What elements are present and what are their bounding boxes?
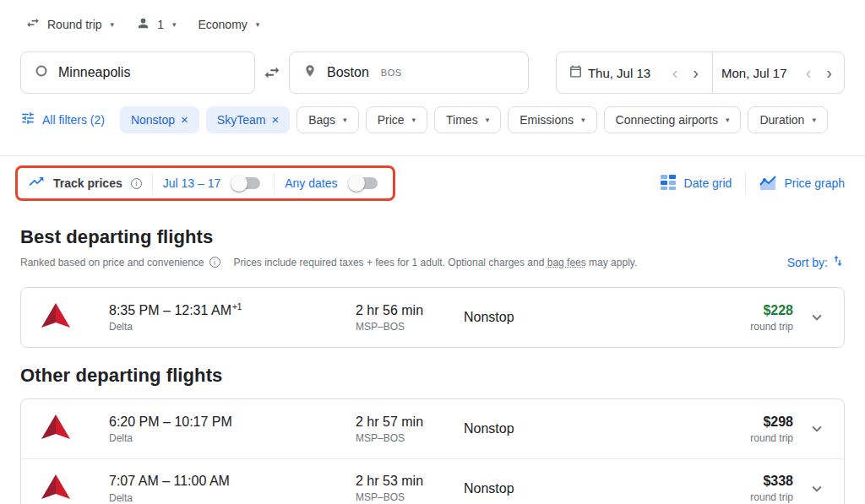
filters-bar: All filters (2) Nonstop × SkyTeam × Bags… <box>20 106 865 133</box>
close-icon[interactable]: × <box>271 112 279 127</box>
price-graph-button[interactable]: Price graph <box>759 174 845 193</box>
depart-date-prev-button[interactable]: ‹ <box>667 62 683 83</box>
filter-chip-skyteam[interactable]: SkyTeam × <box>206 106 290 133</box>
price-qualifier: round trip <box>699 432 793 444</box>
flight-price: $298 <box>699 415 793 430</box>
depart-date-next-button[interactable]: › <box>688 62 704 83</box>
origin-value: Minneapolis <box>58 65 130 80</box>
all-filters-button[interactable]: All filters (2) <box>20 106 113 133</box>
track-any-dates-label[interactable]: Any dates <box>285 176 337 190</box>
flight-times: 8:35 PM – 12:31 AM+1 <box>109 302 356 318</box>
flight-row[interactable]: 8:35 PM – 12:31 AM+1 Delta 2 hr 56 min M… <box>21 288 844 347</box>
bag-fees-link[interactable]: bag fees <box>547 257 586 268</box>
airline-name: Delta <box>109 492 356 504</box>
price-disclaimer: Prices include required taxes + fees for… <box>234 257 638 268</box>
flight-price-column: $338 round trip <box>699 474 793 503</box>
flight-duration-column: 2 hr 53 min MSP–BOS <box>356 474 464 503</box>
track-date-range-label[interactable]: Jul 13 – 17 <box>163 176 221 190</box>
passengers-select[interactable]: 1 ▾ <box>131 13 181 36</box>
chevron-down-icon: ▾ <box>343 116 347 124</box>
filter-dropdown-bags[interactable]: Bags ▾ <box>296 106 358 133</box>
sort-icon <box>831 254 845 270</box>
return-date-value[interactable]: Mon, Jul 17 <box>721 66 796 80</box>
close-icon[interactable]: × <box>181 112 188 127</box>
search-row: Minneapolis Boston BOS Thu, Jul 13 ‹ › M… <box>20 51 845 94</box>
trip-type-select[interactable]: Round trip ▾ <box>20 12 119 36</box>
location-pin-icon <box>303 64 317 81</box>
swap-route-button[interactable] <box>256 57 288 89</box>
date-range-field: Thu, Jul 13 ‹ › Mon, Jul 17 ‹ › <box>556 51 845 94</box>
date-grid-button[interactable]: Date grid <box>660 174 732 193</box>
filter-dropdown-label: Bags <box>308 113 335 127</box>
expand-flight-button[interactable] <box>797 409 837 449</box>
flight-route: MSP–BOS <box>356 321 464 333</box>
times-text: 8:35 PM – 12:31 AM <box>109 303 231 317</box>
price-qualifier: round trip <box>699 321 793 333</box>
track-date-range-toggle[interactable] <box>232 177 260 189</box>
ranking-note: Ranked based on price and convenience <box>20 257 204 268</box>
track-prices-highlight-box: Track prices i Jul 13 – 17 Any dates <box>15 165 395 201</box>
cabin-class-value: Economy <box>198 18 247 31</box>
cabin-class-select[interactable]: Economy ▾ <box>193 14 264 35</box>
filter-chip-nonstop[interactable]: Nonstop × <box>120 106 199 133</box>
track-any-dates-toggle[interactable] <box>350 177 378 189</box>
expand-flight-button[interactable] <box>797 297 837 338</box>
flight-price: $228 <box>699 303 793 318</box>
chevron-down-icon: ▾ <box>581 116 585 124</box>
return-date-next-button[interactable]: › <box>821 62 837 83</box>
destination-field[interactable]: Boston BOS <box>289 51 529 94</box>
flight-times: 6:20 PM – 10:17 PM <box>109 414 356 430</box>
filter-dropdown-times[interactable]: Times ▾ <box>434 106 501 133</box>
divider <box>152 172 153 194</box>
sort-by-label: Sort by: <box>787 256 828 269</box>
origin-field[interactable]: Minneapolis <box>20 51 255 94</box>
info-icon[interactable]: i <box>131 178 142 189</box>
sort-by-button[interactable]: Sort by: <box>787 254 845 270</box>
flight-row[interactable]: 6:20 PM – 10:17 PM Delta 2 hr 57 min MSP… <box>21 399 844 458</box>
filter-dropdown-connecting-airports[interactable]: Connecting airports ▾ <box>604 106 742 133</box>
flight-stops-column: Nonstop <box>464 421 699 436</box>
return-date-prev-button[interactable]: ‹ <box>801 62 817 83</box>
filter-dropdown-label: Duration <box>759 113 804 127</box>
flight-price-column: $228 round trip <box>699 303 793 333</box>
calendar-icon <box>569 64 583 81</box>
chevron-down-icon: ▾ <box>412 116 416 124</box>
divider <box>745 172 746 194</box>
filter-dropdown-price[interactable]: Price ▾ <box>366 106 427 133</box>
chevron-down-icon <box>808 308 826 327</box>
filter-dropdown-duration[interactable]: Duration ▾ <box>748 106 827 133</box>
flight-times-column: 6:20 PM – 10:17 PM Delta <box>109 414 356 444</box>
expand-flight-button[interactable] <box>797 469 837 504</box>
round-trip-icon <box>25 15 41 33</box>
filter-dropdown-label: Emissions <box>520 113 574 127</box>
flight-row[interactable]: 7:07 AM – 11:00 AM Delta 2 hr 53 min MSP… <box>21 458 844 504</box>
price-graph-label: Price graph <box>784 176 845 190</box>
flight-stops: Nonstop <box>464 421 699 436</box>
price-graph-icon <box>759 174 776 193</box>
chevron-down-icon: ▾ <box>812 116 816 124</box>
passengers-count: 1 <box>157 18 164 31</box>
airline-name: Delta <box>109 432 356 444</box>
track-prices-label: Track prices <box>53 176 122 190</box>
filter-chip-label: SkyTeam <box>217 113 266 127</box>
best-flights-subtitle: Ranked based on price and convenience i … <box>20 254 845 270</box>
person-icon <box>136 16 150 33</box>
depart-date-value[interactable]: Thu, Jul 13 <box>588 66 662 80</box>
filter-chip-label: Nonstop <box>131 113 175 127</box>
date-grid-label: Date grid <box>684 176 732 190</box>
airline-logo-delta <box>41 303 109 332</box>
date-field-divider <box>712 52 713 93</box>
price-disclaimer-post: may apply. <box>586 257 637 268</box>
filter-dropdown-emissions[interactable]: Emissions ▾ <box>508 106 596 133</box>
date-grid-icon <box>660 174 677 193</box>
chevron-down-icon <box>808 420 826 438</box>
destination-airport-code: BOS <box>381 68 402 78</box>
flight-route: MSP–BOS <box>356 491 464 503</box>
flight-times-column: 7:07 AM – 11:00 AM Delta <box>109 473 356 503</box>
origin-circle-icon <box>35 64 48 81</box>
flight-times-column: 8:35 PM – 12:31 AM+1 Delta <box>109 302 356 333</box>
airline-logo-delta <box>41 474 109 503</box>
flight-duration: 2 hr 56 min <box>356 303 464 318</box>
info-icon[interactable]: i <box>209 257 220 268</box>
chevron-down-icon: ▾ <box>486 116 490 124</box>
